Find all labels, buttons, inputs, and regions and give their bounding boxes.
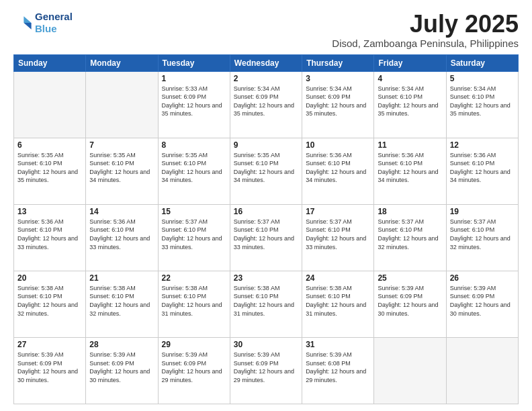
- calendar-day-header: Sunday: [14, 54, 86, 71]
- calendar-cell: 1Sunrise: 5:33 AMSunset: 6:09 PMDaylight…: [158, 71, 230, 138]
- subtitle: Disod, Zamboanga Peninsula, Philippines: [332, 38, 519, 49]
- day-number: 24: [306, 273, 370, 283]
- calendar-cell: 16Sunrise: 5:37 AMSunset: 6:10 PMDayligh…: [230, 204, 302, 271]
- calendar-table: SundayMondayTuesdayWednesdayThursdayFrid…: [13, 54, 519, 404]
- calendar-cell: [446, 337, 518, 404]
- calendar-cell: 18Sunrise: 5:37 AMSunset: 6:10 PMDayligh…: [374, 204, 446, 271]
- calendar-cell: 26Sunrise: 5:39 AMSunset: 6:09 PMDayligh…: [446, 271, 518, 337]
- day-detail: Sunrise: 5:39 AMSunset: 6:09 PMDaylight:…: [162, 351, 226, 384]
- day-number: 30: [234, 340, 298, 349]
- calendar-cell: 29Sunrise: 5:39 AMSunset: 6:09 PMDayligh…: [158, 337, 230, 404]
- calendar-cell: 5Sunrise: 5:34 AMSunset: 6:10 PMDaylight…: [446, 71, 518, 138]
- calendar-cell: 25Sunrise: 5:39 AMSunset: 6:09 PMDayligh…: [374, 271, 446, 337]
- calendar-week-row: 27Sunrise: 5:39 AMSunset: 6:09 PMDayligh…: [14, 337, 519, 404]
- day-detail: Sunrise: 5:39 AMSunset: 6:08 PMDaylight:…: [306, 351, 370, 384]
- title-block: July 2025 Disod, Zamboanga Peninsula, Ph…: [332, 11, 519, 49]
- calendar-day-header: Friday: [374, 54, 446, 71]
- day-detail: Sunrise: 5:37 AMSunset: 6:10 PMDaylight:…: [234, 218, 298, 251]
- day-number: 12: [450, 140, 515, 150]
- header: General Blue July 2025 Disod, Zamboanga …: [13, 11, 519, 49]
- calendar-cell: 24Sunrise: 5:38 AMSunset: 6:10 PMDayligh…: [302, 271, 374, 337]
- day-number: 14: [89, 207, 154, 216]
- calendar-cell: 15Sunrise: 5:37 AMSunset: 6:10 PMDayligh…: [158, 204, 230, 271]
- calendar-cell: 9Sunrise: 5:35 AMSunset: 6:10 PMDaylight…: [230, 138, 302, 204]
- day-number: 5: [450, 74, 515, 83]
- day-detail: Sunrise: 5:35 AMSunset: 6:10 PMDaylight:…: [89, 151, 154, 185]
- calendar-cell: 14Sunrise: 5:36 AMSunset: 6:10 PMDayligh…: [86, 204, 158, 271]
- day-number: 13: [17, 207, 82, 216]
- calendar-cell: 31Sunrise: 5:39 AMSunset: 6:08 PMDayligh…: [302, 337, 374, 404]
- day-detail: Sunrise: 5:34 AMSunset: 6:10 PMDaylight:…: [378, 85, 442, 118]
- calendar-cell: 21Sunrise: 5:38 AMSunset: 6:10 PMDayligh…: [86, 271, 158, 337]
- calendar-cell: 3Sunrise: 5:34 AMSunset: 6:09 PMDaylight…: [302, 71, 374, 138]
- day-detail: Sunrise: 5:34 AMSunset: 6:09 PMDaylight:…: [306, 85, 370, 118]
- day-number: 1: [162, 74, 226, 83]
- day-number: 31: [306, 340, 370, 349]
- calendar-cell: 20Sunrise: 5:38 AMSunset: 6:10 PMDayligh…: [14, 271, 86, 337]
- logo-icon: [13, 13, 32, 32]
- day-detail: Sunrise: 5:36 AMSunset: 6:10 PMDaylight:…: [89, 218, 154, 251]
- page: General Blue July 2025 Disod, Zamboanga …: [0, 0, 532, 411]
- day-number: 4: [378, 74, 442, 83]
- day-detail: Sunrise: 5:37 AMSunset: 6:10 PMDaylight:…: [162, 218, 226, 251]
- day-detail: Sunrise: 5:38 AMSunset: 6:10 PMDaylight:…: [17, 284, 82, 318]
- calendar-cell: 7Sunrise: 5:35 AMSunset: 6:10 PMDaylight…: [86, 138, 158, 204]
- day-detail: Sunrise: 5:38 AMSunset: 6:10 PMDaylight:…: [89, 284, 154, 318]
- day-detail: Sunrise: 5:37 AMSunset: 6:10 PMDaylight:…: [378, 218, 442, 251]
- day-detail: Sunrise: 5:35 AMSunset: 6:10 PMDaylight:…: [162, 151, 226, 185]
- calendar-cell: 17Sunrise: 5:37 AMSunset: 6:10 PMDayligh…: [302, 204, 374, 271]
- day-detail: Sunrise: 5:39 AMSunset: 6:09 PMDaylight:…: [378, 284, 442, 318]
- calendar-day-header: Thursday: [302, 54, 374, 71]
- logo-text: General Blue: [35, 11, 73, 35]
- day-number: 7: [89, 140, 154, 150]
- calendar-cell: [374, 337, 446, 404]
- svg-marker-1: [24, 23, 31, 30]
- calendar-cell: 2Sunrise: 5:34 AMSunset: 6:09 PMDaylight…: [230, 71, 302, 138]
- calendar-week-row: 1Sunrise: 5:33 AMSunset: 6:09 PMDaylight…: [14, 71, 519, 138]
- day-detail: Sunrise: 5:39 AMSunset: 6:09 PMDaylight:…: [234, 351, 298, 384]
- day-detail: Sunrise: 5:36 AMSunset: 6:10 PMDaylight:…: [306, 151, 370, 185]
- calendar-cell: 27Sunrise: 5:39 AMSunset: 6:09 PMDayligh…: [14, 337, 86, 404]
- day-number: 28: [89, 340, 154, 349]
- calendar-day-header: Tuesday: [158, 54, 230, 71]
- day-detail: Sunrise: 5:34 AMSunset: 6:09 PMDaylight:…: [234, 85, 298, 118]
- day-detail: Sunrise: 5:37 AMSunset: 6:10 PMDaylight:…: [306, 218, 370, 251]
- day-number: 21: [89, 273, 154, 283]
- day-number: 8: [162, 140, 226, 150]
- day-detail: Sunrise: 5:38 AMSunset: 6:10 PMDaylight:…: [234, 284, 298, 318]
- day-number: 15: [162, 207, 226, 216]
- calendar-cell: 22Sunrise: 5:38 AMSunset: 6:10 PMDayligh…: [158, 271, 230, 337]
- day-detail: Sunrise: 5:39 AMSunset: 6:09 PMDaylight:…: [450, 284, 515, 318]
- day-number: 23: [234, 273, 298, 283]
- calendar-cell: [86, 71, 158, 138]
- day-detail: Sunrise: 5:35 AMSunset: 6:10 PMDaylight:…: [234, 151, 298, 185]
- day-number: 27: [17, 340, 82, 349]
- calendar-cell: 6Sunrise: 5:35 AMSunset: 6:10 PMDaylight…: [14, 138, 86, 204]
- calendar-header-row: SundayMondayTuesdayWednesdayThursdayFrid…: [14, 54, 519, 71]
- calendar-day-header: Monday: [86, 54, 158, 71]
- calendar-day-header: Wednesday: [230, 54, 302, 71]
- calendar-cell: 13Sunrise: 5:36 AMSunset: 6:10 PMDayligh…: [14, 204, 86, 271]
- day-number: 3: [306, 74, 370, 83]
- day-detail: Sunrise: 5:35 AMSunset: 6:10 PMDaylight:…: [17, 151, 82, 185]
- day-number: 9: [234, 140, 298, 150]
- day-number: 19: [450, 207, 515, 216]
- day-detail: Sunrise: 5:36 AMSunset: 6:10 PMDaylight:…: [450, 151, 515, 185]
- day-detail: Sunrise: 5:38 AMSunset: 6:10 PMDaylight:…: [306, 284, 370, 318]
- calendar-cell: 4Sunrise: 5:34 AMSunset: 6:10 PMDaylight…: [374, 71, 446, 138]
- day-number: 26: [450, 273, 515, 283]
- svg-marker-0: [24, 16, 31, 23]
- day-detail: Sunrise: 5:36 AMSunset: 6:10 PMDaylight:…: [378, 151, 442, 185]
- day-number: 16: [234, 207, 298, 216]
- calendar-day-header: Saturday: [446, 54, 518, 71]
- day-number: 25: [378, 273, 442, 283]
- calendar-cell: [14, 71, 86, 138]
- day-number: 18: [378, 207, 442, 216]
- day-number: 6: [17, 140, 82, 150]
- calendar-cell: 12Sunrise: 5:36 AMSunset: 6:10 PMDayligh…: [446, 138, 518, 204]
- calendar-week-row: 6Sunrise: 5:35 AMSunset: 6:10 PMDaylight…: [14, 138, 519, 204]
- day-number: 2: [234, 74, 298, 83]
- calendar-cell: 30Sunrise: 5:39 AMSunset: 6:09 PMDayligh…: [230, 337, 302, 404]
- day-number: 11: [378, 140, 442, 150]
- calendar-cell: 8Sunrise: 5:35 AMSunset: 6:10 PMDaylight…: [158, 138, 230, 204]
